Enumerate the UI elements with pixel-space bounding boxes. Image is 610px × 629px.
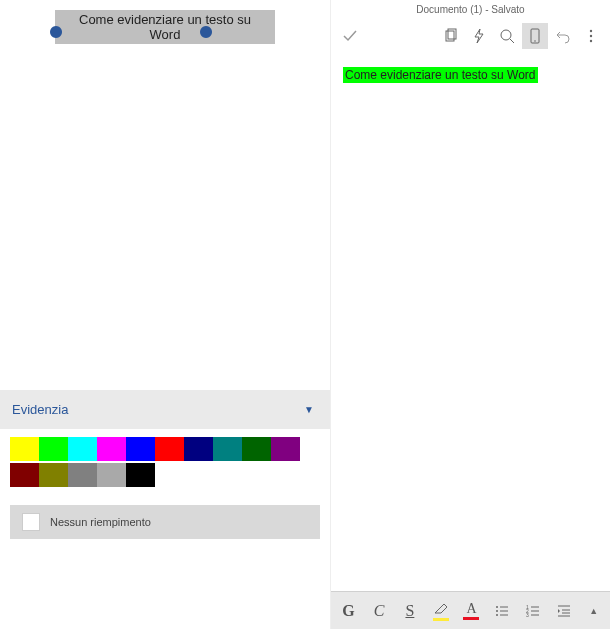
color-swatch[interactable] — [126, 463, 155, 487]
color-row-1 — [10, 437, 320, 461]
copy-icon[interactable] — [438, 23, 464, 49]
svg-text:3: 3 — [526, 612, 529, 618]
svg-point-5 — [534, 40, 536, 42]
svg-point-2 — [501, 30, 511, 40]
mobile-view-icon[interactable] — [522, 23, 548, 49]
document-body[interactable]: Come evidenziare un testo su Word — [331, 53, 610, 629]
right-screenshot-pane: Documento (1) - Salvato — [330, 0, 610, 629]
undo-icon[interactable] — [550, 23, 576, 49]
svg-point-7 — [590, 35, 592, 37]
left-spacer — [0, 50, 330, 390]
left-screenshot-pane: Come evidenziare un testo su Word Eviden… — [0, 0, 330, 629]
color-swatch[interactable] — [10, 437, 39, 461]
top-toolbar — [331, 19, 610, 53]
highlighted-text[interactable]: Come evidenziare un testo su Word — [343, 67, 538, 83]
bottom-gap — [0, 539, 330, 629]
no-fill-label: Nessun riempimento — [50, 516, 151, 528]
svg-line-3 — [510, 39, 514, 43]
italic-button[interactable]: C — [368, 596, 391, 626]
svg-point-9 — [496, 606, 498, 608]
toolbar-right-group — [438, 23, 604, 49]
svg-point-6 — [590, 30, 592, 32]
document-title-bar: Documento (1) - Salvato — [331, 0, 610, 19]
color-grid — [0, 429, 330, 497]
selection-handle-right[interactable] — [200, 20, 212, 38]
svg-point-11 — [496, 610, 498, 612]
color-swatch[interactable] — [39, 437, 68, 461]
color-swatch[interactable] — [155, 437, 184, 461]
selected-text: Come evidenziare un testo su Word — [55, 10, 275, 44]
expand-toolbar-icon[interactable]: ▲ — [583, 606, 604, 616]
color-swatch[interactable] — [39, 463, 68, 487]
svg-point-13 — [496, 614, 498, 616]
no-fill-option[interactable]: Nessun riempimento — [10, 505, 320, 539]
svg-point-8 — [590, 40, 592, 42]
color-row-2 — [10, 463, 320, 487]
color-swatch[interactable] — [271, 437, 300, 461]
color-swatch[interactable] — [68, 437, 97, 461]
dropdown-arrow-icon[interactable]: ▼ — [300, 400, 318, 419]
color-swatch[interactable] — [97, 437, 126, 461]
lightning-icon[interactable] — [466, 23, 492, 49]
font-color-button[interactable]: A — [460, 596, 483, 626]
color-swatch[interactable] — [184, 437, 213, 461]
color-swatch[interactable] — [213, 437, 242, 461]
numbered-list-button[interactable]: 123 — [522, 596, 545, 626]
highlight-color-panel: Evidenzia ▼ Nessun riempimento — [0, 390, 330, 539]
underline-button[interactable]: S — [399, 596, 422, 626]
font-color-letter: A — [466, 602, 476, 616]
text-selection-area: Come evidenziare un testo su Word — [0, 0, 330, 50]
highlight-color-button[interactable] — [429, 596, 452, 626]
checkmark-icon[interactable] — [337, 23, 363, 49]
color-swatch[interactable] — [97, 463, 126, 487]
search-icon[interactable] — [494, 23, 520, 49]
panel-header[interactable]: Evidenzia ▼ — [0, 390, 330, 429]
highlighter-icon — [433, 601, 449, 617]
no-fill-swatch-icon — [22, 513, 40, 531]
color-swatch[interactable] — [10, 463, 39, 487]
document-title: Documento (1) - Salvato — [416, 4, 524, 15]
bottom-formatting-toolbar: G C S A 123 ▲ — [331, 591, 610, 629]
highlight-color-bar — [433, 618, 449, 621]
font-color-bar — [463, 617, 479, 620]
more-menu-icon[interactable] — [578, 23, 604, 49]
color-swatch[interactable] — [242, 437, 271, 461]
selection-handle-left[interactable] — [50, 20, 62, 38]
selected-text-box[interactable]: Come evidenziare un testo su Word — [55, 10, 275, 44]
color-swatch[interactable] — [68, 463, 97, 487]
bullet-list-button[interactable] — [491, 596, 514, 626]
indent-button[interactable] — [552, 596, 575, 626]
panel-title: Evidenzia — [12, 402, 68, 417]
bold-button[interactable]: G — [337, 596, 360, 626]
color-swatch[interactable] — [126, 437, 155, 461]
